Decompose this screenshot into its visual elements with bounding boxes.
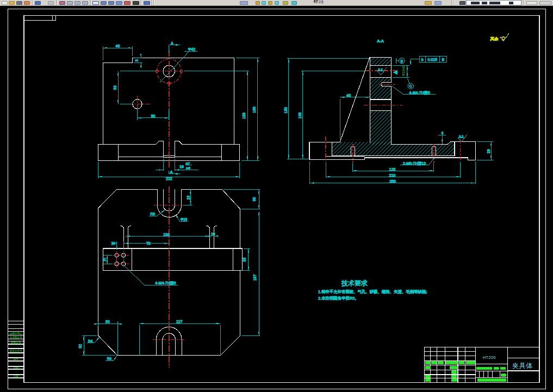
zoom-window-icon[interactable]: [67, 1, 73, 5]
title-block-part-name: 夹具体: [512, 362, 533, 370]
combo-text-fragment: [482, 2, 487, 4]
annotation-text: 93: [252, 197, 256, 201]
annotation-text: 0.025: [428, 58, 438, 61]
zoom-prev-icon[interactable]: [74, 1, 80, 5]
annotation-text: 160: [252, 107, 256, 113]
toolbar-separator: [141, 0, 142, 5]
annotation-text: 5: [135, 59, 139, 61]
zoom-all-icon[interactable]: [82, 1, 88, 5]
tech-requirements-title: 技术要求: [341, 279, 368, 287]
annotation-text: 210: [389, 173, 396, 177]
pencil-yellow-icon[interactable]: [425, 1, 432, 5]
title-block-text-cell: [501, 374, 506, 376]
annotation-text: 53: [113, 85, 117, 90]
annotation-text: 35: [243, 258, 246, 262]
tech-requirements-line-1: 1.铸件不允许有裂纹、气孔、砂眼、缩松、夹渣、毛刺等缺陷;: [318, 289, 427, 294]
table-grid-icon[interactable]: [133, 1, 139, 5]
plan-view: [82, 186, 260, 368]
annotation-text: 4: [441, 131, 443, 135]
view-3d-icon[interactable]: [240, 1, 248, 5]
title-block-text-cell: [466, 361, 476, 365]
annotation-text: 46: [346, 94, 351, 97]
title-block-text-cell: [425, 366, 431, 370]
annotation-text: 139: [298, 112, 302, 119]
drawing-svg: 技术要求 1.铸件不允许有裂纹、气孔、砂眼、缩松、夹渣、毛刺等缺陷; 2.未注明…: [0, 0, 553, 392]
redo-icon[interactable]: [48, 1, 54, 5]
title-block-text-cell: [451, 370, 457, 374]
annotation-text: A: [171, 41, 173, 45]
undo-icon[interactable]: [35, 1, 41, 5]
annotation-text: B: [401, 59, 403, 63]
point2-icon[interactable]: [268, 1, 272, 5]
technical-requirements: 技术要求 1.铸件不允许有裂纹、气孔、砂眼、缩松、夹渣、毛刺等缺陷; 2.未注明…: [318, 279, 427, 301]
pan-icon[interactable]: [539, 1, 551, 5]
plot-pen-icon[interactable]: [24, 1, 30, 5]
annotation-text: A-A: [377, 39, 384, 43]
toolbar-separator: [451, 0, 452, 5]
toolbar-style-combobox[interactable]: [466, 0, 521, 5]
annotation-text: R4: [88, 339, 93, 343]
zoom-realtime-icon[interactable]: [59, 1, 65, 5]
annotation-text: Φ42: [188, 47, 195, 51]
block-icon[interactable]: [108, 1, 114, 5]
save-icon[interactable]: [16, 1, 22, 5]
new-file-icon[interactable]: [2, 1, 8, 5]
annotation-text: 250: [389, 179, 396, 183]
title-block-text-cell: [494, 367, 499, 370]
annotation-text: 3.2: [378, 68, 383, 71]
cad-drawing-canvas[interactable]: 技术要求 1.铸件不允许有裂纹、气孔、砂眼、缩松、夹渣、毛刺等缺陷; 2.未注明…: [0, 0, 553, 392]
tech-requirements-line-2: 2.未注明圆角半径R3。: [318, 296, 359, 301]
sphere-icon[interactable]: [283, 1, 288, 5]
combo-text-fragment: [489, 2, 500, 4]
annotation-text: 130: [163, 233, 170, 237]
point-icon[interactable]: [256, 1, 260, 5]
style-pen-icon[interactable]: [459, 1, 465, 5]
title-block-text-cell: [425, 361, 430, 365]
annotation-text: 72: [146, 241, 151, 245]
toolbar-separator: [453, 0, 454, 5]
box-icon[interactable]: [291, 1, 297, 5]
title-block-text-cell: [451, 375, 457, 378]
annotation-text: R9: [150, 212, 155, 216]
title-block-material: HT200: [483, 355, 496, 360]
annotation-text: 10: [111, 241, 116, 245]
toolbar-separator: [152, 0, 153, 5]
title-block-text-cell: [450, 366, 458, 370]
text-style-icon[interactable]: [92, 1, 99, 5]
annotation-text: B: [442, 58, 444, 61]
toolbar-dropdown-label: 标注: [313, 0, 324, 5]
axis-icon[interactable]: [262, 1, 266, 5]
title-block-text-cell: [500, 367, 506, 370]
annotation-text: 150: [284, 107, 288, 114]
title-block-text-cell: [476, 367, 492, 370]
open-folder-icon[interactable]: [9, 1, 15, 5]
toolbar-separator: [90, 0, 91, 5]
annotation-text: 127: [176, 320, 183, 323]
title-block-text-cell: [459, 361, 465, 365]
layer-box-icon[interactable]: [101, 1, 107, 5]
title-block-text-cell: [431, 361, 437, 365]
annotation-text: 222: [166, 177, 172, 181]
annotation-text: 25: [187, 196, 190, 200]
annotation-text: b: [421, 58, 424, 61]
title-block-text-cell: [451, 378, 457, 382]
display-icon[interactable]: [124, 1, 131, 5]
title-block-text-cell: [425, 375, 431, 378]
annotation-text: 18: [179, 165, 184, 169]
axis2-icon[interactable]: [275, 1, 279, 5]
annotation-text: R4: [107, 357, 112, 360]
toolbar-separator: [57, 0, 58, 5]
layers2-icon[interactable]: [434, 1, 442, 5]
layers-icon[interactable]: [116, 1, 122, 5]
title-block-text-cell: [425, 378, 431, 382]
section-view-a-a: [287, 33, 509, 184]
annotation-text: 197: [253, 275, 257, 281]
help-icon[interactable]: [144, 1, 150, 5]
dim-style-icon[interactable]: [526, 1, 537, 5]
toolbar-separator: [523, 0, 524, 5]
title-block-text-cell: [438, 361, 444, 365]
annotation-text: 借用件登记: [9, 332, 22, 335]
annotation-text: Φ12H8: [402, 66, 405, 76]
annotation-text: 4-M4-7H深6: [155, 281, 176, 285]
annotation-text: 其余: [490, 36, 499, 41]
